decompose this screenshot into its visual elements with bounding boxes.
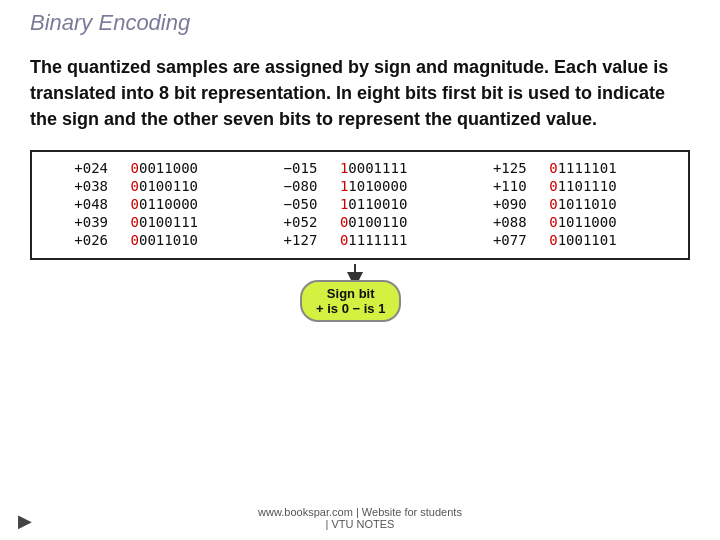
arrow-area: Sign bit + is 0 − is 1 [30, 262, 690, 332]
table-row: +04800110000−05010110010+09001011010 [46, 196, 674, 212]
footer-line2: | VTU NOTES [0, 518, 720, 530]
nav-arrow[interactable]: ▶ [18, 510, 32, 532]
table-row: +02400011000−01510001111+12501111101 [46, 160, 674, 176]
table-row: +02600011010+12701111111+07701001101 [46, 232, 674, 248]
footer-line1: www.bookspar.com | Website for students [0, 506, 720, 518]
page-title: Binary Encoding [30, 10, 690, 36]
table-row: +03800100110−08011010000+11001101110 [46, 178, 674, 194]
sign-bit-bubble: Sign bit + is 0 − is 1 [300, 280, 401, 322]
sign-bit-line1: Sign bit [316, 286, 385, 301]
description-text: The quantized samples are assigned by si… [30, 54, 690, 132]
binary-table: +02400011000−01510001111+12501111101+038… [30, 150, 690, 260]
footer: www.bookspar.com | Website for students … [0, 506, 720, 530]
page-container: Binary Encoding The quantized samples ar… [0, 0, 720, 540]
sign-bit-line2: + is 0 − is 1 [316, 301, 385, 316]
table-row: +03900100111+05200100110+08801011000 [46, 214, 674, 230]
